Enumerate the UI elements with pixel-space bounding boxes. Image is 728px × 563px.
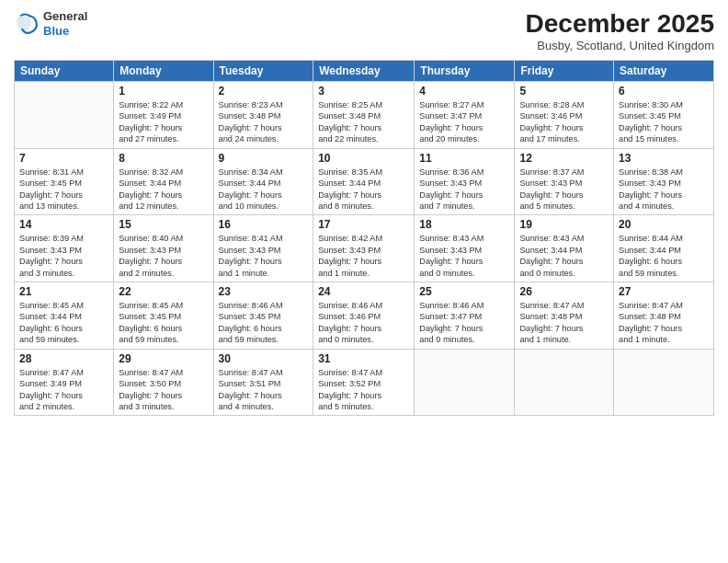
day-info: Sunrise: 8:42 AM Sunset: 3:43 PM Dayligh…: [318, 233, 409, 279]
day-cell: 27Sunrise: 8:47 AM Sunset: 3:48 PM Dayli…: [614, 282, 714, 350]
week-row-4: 28Sunrise: 8:47 AM Sunset: 3:49 PM Dayli…: [15, 349, 714, 416]
day-cell: 24Sunrise: 8:46 AM Sunset: 3:46 PM Dayli…: [313, 282, 415, 350]
day-number: 30: [219, 352, 309, 365]
day-info: Sunrise: 8:32 AM Sunset: 3:44 PM Dayligh…: [119, 167, 208, 213]
day-info: Sunrise: 8:28 AM Sunset: 3:46 PM Dayligh…: [519, 99, 609, 145]
day-cell: 21Sunrise: 8:45 AM Sunset: 3:44 PM Dayli…: [15, 282, 114, 350]
day-info: Sunrise: 8:37 AM Sunset: 3:43 PM Dayligh…: [519, 167, 609, 213]
logo-general: General: [43, 9, 87, 23]
col-header-friday: Friday: [515, 61, 614, 82]
day-cell: 15Sunrise: 8:40 AM Sunset: 3:43 PM Dayli…: [114, 215, 213, 282]
day-info: Sunrise: 8:47 AM Sunset: 3:50 PM Dayligh…: [119, 367, 208, 413]
day-cell: 1Sunrise: 8:22 AM Sunset: 3:49 PM Daylig…: [114, 82, 213, 149]
day-number: 17: [318, 218, 409, 231]
day-number: 18: [419, 218, 509, 231]
day-cell: 18Sunrise: 8:43 AM Sunset: 3:43 PM Dayli…: [415, 215, 515, 282]
day-number: 4: [419, 85, 509, 98]
week-row-1: 7Sunrise: 8:31 AM Sunset: 3:45 PM Daylig…: [15, 148, 714, 215]
day-cell: 12Sunrise: 8:37 AM Sunset: 3:43 PM Dayli…: [515, 148, 614, 215]
day-cell: 4Sunrise: 8:27 AM Sunset: 3:47 PM Daylig…: [415, 82, 515, 149]
day-cell: 30Sunrise: 8:47 AM Sunset: 3:51 PM Dayli…: [213, 349, 313, 416]
day-info: Sunrise: 8:31 AM Sunset: 3:45 PM Dayligh…: [19, 167, 108, 213]
day-number: 9: [219, 152, 309, 165]
day-number: 13: [619, 152, 709, 165]
calendar-header-row: SundayMondayTuesdayWednesdayThursdayFrid…: [15, 61, 714, 82]
day-info: Sunrise: 8:34 AM Sunset: 3:44 PM Dayligh…: [219, 167, 309, 213]
day-number: 26: [519, 285, 609, 298]
logo-blue: Blue: [43, 24, 69, 38]
day-info: Sunrise: 8:45 AM Sunset: 3:44 PM Dayligh…: [19, 300, 108, 346]
day-cell: 28Sunrise: 8:47 AM Sunset: 3:49 PM Dayli…: [15, 349, 114, 416]
calendar-table: SundayMondayTuesdayWednesdayThursdayFrid…: [14, 60, 714, 416]
day-info: Sunrise: 8:23 AM Sunset: 3:48 PM Dayligh…: [219, 99, 309, 145]
week-row-0: 1Sunrise: 8:22 AM Sunset: 3:49 PM Daylig…: [15, 82, 714, 149]
day-cell: 17Sunrise: 8:42 AM Sunset: 3:43 PM Dayli…: [313, 215, 415, 282]
day-cell: 26Sunrise: 8:47 AM Sunset: 3:48 PM Dayli…: [515, 282, 614, 350]
col-header-thursday: Thursday: [415, 61, 515, 82]
day-info: Sunrise: 8:40 AM Sunset: 3:43 PM Dayligh…: [119, 233, 208, 279]
day-info: Sunrise: 8:43 AM Sunset: 3:43 PM Dayligh…: [419, 233, 509, 279]
day-cell: 14Sunrise: 8:39 AM Sunset: 3:43 PM Dayli…: [15, 215, 114, 282]
day-number: 12: [519, 152, 609, 165]
day-number: 23: [219, 285, 309, 298]
day-info: Sunrise: 8:25 AM Sunset: 3:48 PM Dayligh…: [318, 99, 409, 145]
day-cell: 19Sunrise: 8:43 AM Sunset: 3:44 PM Dayli…: [515, 215, 614, 282]
day-cell: 13Sunrise: 8:38 AM Sunset: 3:43 PM Dayli…: [614, 148, 714, 215]
day-cell: 9Sunrise: 8:34 AM Sunset: 3:44 PM Daylig…: [213, 148, 313, 215]
day-number: 11: [419, 152, 509, 165]
day-number: 21: [19, 285, 108, 298]
day-info: Sunrise: 8:22 AM Sunset: 3:49 PM Dayligh…: [119, 99, 208, 145]
day-info: Sunrise: 8:30 AM Sunset: 3:45 PM Dayligh…: [619, 99, 709, 145]
day-number: 19: [519, 218, 609, 231]
day-cell: [614, 349, 714, 416]
day-cell: 22Sunrise: 8:45 AM Sunset: 3:45 PM Dayli…: [114, 282, 213, 350]
day-number: 10: [318, 152, 409, 165]
day-number: 16: [219, 218, 309, 231]
day-number: 22: [119, 285, 208, 298]
month-title: December 2025: [526, 9, 714, 39]
col-header-sunday: Sunday: [15, 61, 114, 82]
day-info: Sunrise: 8:36 AM Sunset: 3:43 PM Dayligh…: [419, 167, 509, 213]
logo-icon: [14, 11, 40, 37]
day-cell: 20Sunrise: 8:44 AM Sunset: 3:44 PM Dayli…: [614, 215, 714, 282]
logo: General Blue: [14, 9, 87, 38]
day-cell: 7Sunrise: 8:31 AM Sunset: 3:45 PM Daylig…: [15, 148, 114, 215]
day-number: 2: [219, 85, 309, 98]
day-cell: 3Sunrise: 8:25 AM Sunset: 3:48 PM Daylig…: [313, 82, 415, 149]
day-number: 8: [119, 152, 208, 165]
day-cell: [515, 349, 614, 416]
day-info: Sunrise: 8:39 AM Sunset: 3:43 PM Dayligh…: [19, 233, 108, 279]
day-info: Sunrise: 8:47 AM Sunset: 3:51 PM Dayligh…: [219, 367, 309, 413]
day-number: 15: [119, 218, 208, 231]
day-info: Sunrise: 8:35 AM Sunset: 3:44 PM Dayligh…: [318, 167, 409, 213]
col-header-monday: Monday: [114, 61, 213, 82]
day-info: Sunrise: 8:41 AM Sunset: 3:43 PM Dayligh…: [219, 233, 309, 279]
day-cell: 23Sunrise: 8:46 AM Sunset: 3:45 PM Dayli…: [213, 282, 313, 350]
day-info: Sunrise: 8:47 AM Sunset: 3:48 PM Dayligh…: [519, 300, 609, 346]
col-header-wednesday: Wednesday: [313, 61, 415, 82]
day-number: 7: [19, 152, 108, 165]
day-cell: 6Sunrise: 8:30 AM Sunset: 3:45 PM Daylig…: [614, 82, 714, 149]
day-number: 3: [318, 85, 409, 98]
day-info: Sunrise: 8:27 AM Sunset: 3:47 PM Dayligh…: [419, 99, 509, 145]
day-number: 28: [19, 352, 108, 365]
day-info: Sunrise: 8:45 AM Sunset: 3:45 PM Dayligh…: [119, 300, 208, 346]
day-info: Sunrise: 8:43 AM Sunset: 3:44 PM Dayligh…: [519, 233, 609, 279]
day-info: Sunrise: 8:46 AM Sunset: 3:45 PM Dayligh…: [219, 300, 309, 346]
day-number: 31: [318, 352, 409, 365]
day-cell: 29Sunrise: 8:47 AM Sunset: 3:50 PM Dayli…: [114, 349, 213, 416]
col-header-tuesday: Tuesday: [213, 61, 313, 82]
week-row-2: 14Sunrise: 8:39 AM Sunset: 3:43 PM Dayli…: [15, 215, 714, 282]
day-number: 27: [619, 285, 709, 298]
day-cell: [15, 82, 114, 149]
title-block: December 2025 Busby, Scotland, United Ki…: [526, 9, 714, 52]
day-cell: 31Sunrise: 8:47 AM Sunset: 3:52 PM Dayli…: [313, 349, 415, 416]
page: General Blue December 2025 Busby, Scotla…: [0, 0, 728, 563]
day-cell: 25Sunrise: 8:46 AM Sunset: 3:47 PM Dayli…: [415, 282, 515, 350]
day-info: Sunrise: 8:47 AM Sunset: 3:49 PM Dayligh…: [19, 367, 108, 413]
day-cell: [415, 349, 515, 416]
day-cell: 5Sunrise: 8:28 AM Sunset: 3:46 PM Daylig…: [515, 82, 614, 149]
day-number: 25: [419, 285, 509, 298]
logo-text: General Blue: [43, 9, 87, 38]
day-cell: 8Sunrise: 8:32 AM Sunset: 3:44 PM Daylig…: [114, 148, 213, 215]
